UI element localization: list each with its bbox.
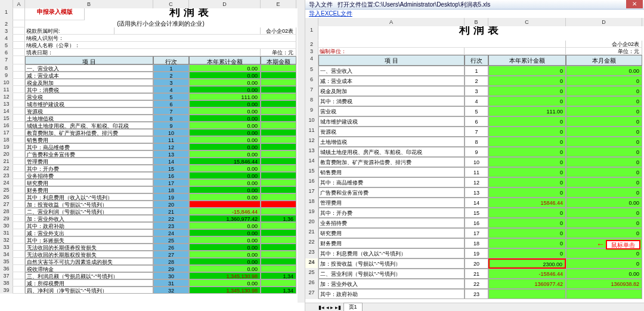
cur-cell[interactable] bbox=[261, 136, 296, 143]
cum-cell[interactable]: 0.00 bbox=[189, 279, 261, 287]
table-row[interactable]: 19 其中：开办费1500 bbox=[305, 208, 644, 218]
cur-cell[interactable] bbox=[261, 193, 296, 201]
item-cell[interactable]: 管理费用 bbox=[25, 158, 153, 165]
cur-cell[interactable]: 1360938.82 bbox=[566, 279, 642, 289]
cur-cell[interactable]: 0 bbox=[566, 86, 642, 96]
line-cell[interactable]: 16 bbox=[465, 218, 488, 228]
line-cell[interactable]: 25 bbox=[153, 236, 189, 244]
table-row[interactable]: 10 城市维护建设税600 bbox=[305, 116, 644, 127]
line-cell[interactable]: 18 bbox=[153, 186, 189, 193]
cur-cell[interactable]: 0.00 bbox=[566, 198, 642, 208]
hdr-cum[interactable]: 本年累计金额 bbox=[189, 56, 261, 64]
cur-cell[interactable]: 0 bbox=[566, 177, 642, 187]
cum-cell[interactable]: 0.00 bbox=[189, 179, 261, 186]
item-cell[interactable]: 一、营业收入 bbox=[318, 66, 465, 76]
cum-cell[interactable]: 0.00 bbox=[189, 172, 261, 179]
item-cell[interactable]: 其中：开办费 bbox=[25, 165, 153, 172]
item-cell[interactable]: 其中：政府补助 bbox=[318, 289, 465, 299]
item-cell[interactable]: 城镇土地使用税、房产税、车船税、印花税 bbox=[318, 147, 465, 157]
col-d[interactable]: D bbox=[189, 0, 261, 8]
cum-cell[interactable]: 0.00 bbox=[189, 107, 261, 115]
cum-cell[interactable]: 0 bbox=[488, 228, 566, 238]
item-cell[interactable]: 营业税 bbox=[25, 93, 153, 100]
item-cell[interactable]: 资源税 bbox=[25, 107, 153, 115]
table-row[interactable]: 24 研究费用170.00 bbox=[0, 179, 305, 186]
table-row[interactable]: 20 业务招待费1600 bbox=[305, 218, 644, 228]
line-cell[interactable]: 24 bbox=[153, 229, 189, 236]
cur-cell[interactable] bbox=[261, 208, 296, 215]
cum-cell[interactable]: 0.00 bbox=[189, 244, 261, 251]
item-cell[interactable]: 土地增值税 bbox=[25, 115, 153, 122]
cur-cell[interactable] bbox=[261, 129, 296, 136]
table-row[interactable]: 24加：投资收益（亏损以"-"号填列）202300.000 bbox=[305, 258, 644, 269]
table-row[interactable]: 37三、利润总额（亏损总额以"-"号填列）301,345,130.981,34 bbox=[0, 272, 305, 279]
left-scrollbar-v[interactable] bbox=[298, 8, 305, 303]
table-row[interactable]: 13 城市维护建设税60.00 bbox=[0, 100, 305, 107]
table-row[interactable]: 23 业务招待费160.00 bbox=[0, 172, 305, 179]
item-cell[interactable]: 其中：消费税 bbox=[25, 86, 153, 93]
cur-cell[interactable] bbox=[261, 179, 296, 186]
item-cell[interactable]: 其中：开办费 bbox=[318, 208, 465, 218]
cur-cell[interactable]: 0 bbox=[566, 208, 642, 218]
close-icon[interactable]: ✕ bbox=[626, 0, 643, 8]
line-cell[interactable]: 2 bbox=[153, 72, 189, 79]
cum-cell[interactable]: 0.00 bbox=[189, 251, 261, 258]
cum-cell[interactable]: 0.00 bbox=[189, 265, 261, 272]
cur-cell[interactable] bbox=[261, 143, 296, 150]
table-row[interactable]: 14 资源税70.00 bbox=[0, 107, 305, 115]
cum-cell[interactable]: 0 bbox=[488, 86, 566, 96]
line-cell[interactable]: 23 bbox=[465, 289, 488, 299]
line-cell[interactable]: 11 bbox=[465, 167, 488, 177]
line-cell[interactable]: 9 bbox=[153, 122, 189, 129]
cum-cell[interactable]: 0.00 bbox=[189, 186, 261, 193]
item-cell[interactable]: 减：营业成本 bbox=[25, 72, 153, 79]
item-cell[interactable]: 减：所得税费用 bbox=[25, 279, 153, 287]
cum-cell[interactable]: 15846.44 bbox=[488, 198, 566, 208]
table-row[interactable]: 21 研究费用1700 bbox=[305, 228, 644, 238]
cur-cell[interactable] bbox=[261, 72, 296, 79]
item-cell[interactable]: 二、营业利润（亏损以"-"号填列） bbox=[25, 208, 153, 215]
cum-cell[interactable] bbox=[189, 201, 261, 208]
cur-cell[interactable]: 0 bbox=[566, 228, 642, 238]
rcol-a[interactable]: A bbox=[318, 18, 465, 26]
item-cell[interactable]: 业务招待费 bbox=[318, 218, 465, 228]
cum-cell[interactable]: 0.00 bbox=[189, 236, 261, 244]
table-row[interactable]: 11 其中：消费税40.00 bbox=[0, 86, 305, 93]
item-cell[interactable]: 广告费和业务宣传费 bbox=[25, 150, 153, 158]
cum-cell[interactable]: 0 bbox=[488, 238, 566, 248]
cur-cell[interactable] bbox=[261, 115, 296, 122]
table-row[interactable]: 11 资源税700 bbox=[305, 127, 644, 137]
table-row[interactable]: 10 税金及附加30.00 bbox=[0, 79, 305, 86]
cur-cell[interactable] bbox=[261, 107, 296, 115]
cur-cell[interactable]: 0 bbox=[566, 127, 642, 137]
table-row[interactable]: 31减：营业外支出240.00 bbox=[0, 229, 305, 236]
line-cell[interactable]: 14 bbox=[465, 198, 488, 208]
table-row[interactable]: 5一、营业收入100.00 bbox=[305, 66, 644, 76]
import-excel-link[interactable]: 导入EXCEL文件 bbox=[305, 10, 644, 18]
line-cell[interactable]: 3 bbox=[153, 79, 189, 86]
line-cell[interactable]: 22 bbox=[153, 215, 189, 222]
table-row[interactable]: 38减：所得税费用310.00 bbox=[0, 279, 305, 287]
line-cell[interactable]: 19 bbox=[465, 248, 488, 258]
cur-cell[interactable]: 1,34 bbox=[261, 287, 296, 294]
item-cell[interactable]: 研究费用 bbox=[318, 228, 465, 238]
table-row[interactable]: 32 其中：坏账损失250.00 bbox=[0, 236, 305, 244]
table-row[interactable]: 20 广告费和业务宣传费130.00 bbox=[0, 150, 305, 158]
table-row[interactable]: 15 销售费用1100 bbox=[305, 167, 644, 177]
cur-cell[interactable]: 0 bbox=[566, 76, 642, 86]
cum-cell[interactable]: 0 bbox=[488, 96, 566, 106]
cum-cell[interactable]: 0.00 bbox=[189, 165, 261, 172]
cur-cell[interactable] bbox=[261, 279, 296, 287]
item-cell[interactable]: 业务招待费 bbox=[25, 172, 153, 179]
cur-cell[interactable]: 0 bbox=[566, 248, 642, 258]
line-cell[interactable]: 10 bbox=[153, 129, 189, 136]
item-cell[interactable]: 其中：坏账损失 bbox=[25, 236, 153, 244]
rhdr-cur[interactable]: 本月金额 bbox=[566, 55, 642, 66]
table-row[interactable]: 15 土地增值税80.00 bbox=[0, 115, 305, 122]
table-row[interactable]: 17 广告费和业务宣传费1300 bbox=[305, 187, 644, 198]
cum-cell[interactable]: 0.00 bbox=[189, 150, 261, 158]
cum-cell[interactable]: 0.00 bbox=[189, 129, 261, 136]
cum-cell[interactable]: -15,846.44 bbox=[189, 208, 261, 215]
item-cell[interactable]: 财务费用 bbox=[318, 238, 465, 248]
item-cell[interactable]: 加：投资收益（亏损以"-"号填列） bbox=[25, 201, 153, 208]
